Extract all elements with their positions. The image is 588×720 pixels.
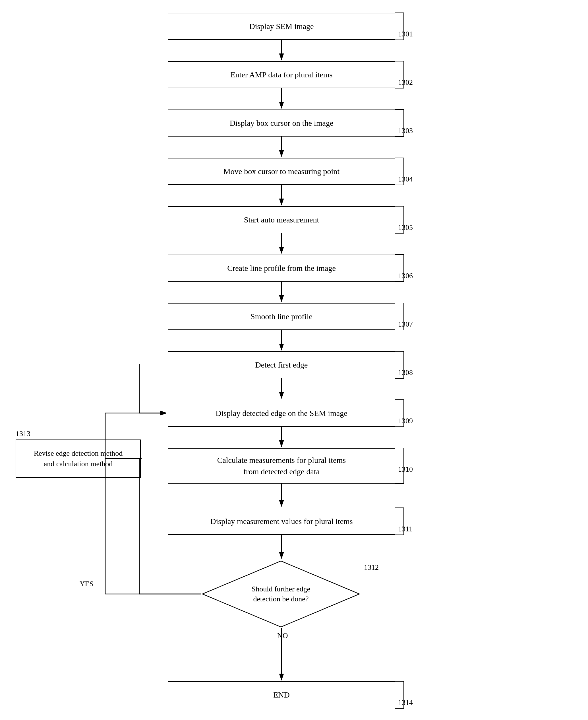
- ref-1307: 1307: [398, 320, 413, 329]
- box-1313-label: Revise edge detection methodand calculat…: [34, 448, 123, 469]
- box-1306-label: Create line profile from the image: [227, 264, 336, 273]
- box-1302: Enter AMP data for plural items: [168, 61, 395, 88]
- ref-1310: 1310: [398, 465, 413, 474]
- ref-1308: 1308: [398, 368, 413, 377]
- box-1301: Display SEM image: [168, 13, 395, 40]
- box-1303-label: Display box cursor on the image: [230, 119, 334, 128]
- box-1309-label: Display detected edge on the SEM image: [215, 409, 347, 418]
- ref-1313: 1313: [16, 430, 30, 438]
- ref-1306: 1306: [398, 272, 413, 280]
- box-1305-label: Start auto measurement: [244, 215, 319, 224]
- box-1306: Create line profile from the image: [168, 254, 395, 282]
- diamond-1312-label: Should further edgedetection be done?: [252, 585, 311, 603]
- diagram-container: Display SEM image 1301 Enter AMP data fo…: [0, 0, 588, 720]
- box-1308: Detect first edge: [168, 351, 395, 378]
- ref-1305: 1305: [398, 223, 413, 232]
- box-1307: Smooth line profile: [168, 303, 395, 330]
- ref-1301: 1301: [398, 30, 413, 38]
- box-1304-label: Move box cursor to measuring point: [224, 167, 339, 176]
- box-1303: Display box cursor on the image: [168, 109, 395, 137]
- ref-1314: 1314: [398, 698, 413, 707]
- box-1311: Display measurement values for plural it…: [168, 508, 395, 535]
- box-1308-label: Detect first edge: [255, 361, 308, 370]
- ref-1303: 1303: [398, 127, 413, 135]
- ref-1309: 1309: [398, 417, 413, 425]
- box-1305: Start auto measurement: [168, 206, 395, 233]
- box-1307-label: Smooth line profile: [251, 312, 313, 321]
- ref-1312: 1312: [364, 563, 379, 572]
- box-1304: Move box cursor to measuring point: [168, 158, 395, 185]
- box-1301-label: Display SEM image: [249, 22, 314, 31]
- box-end: END: [168, 681, 395, 708]
- ref-1304: 1304: [398, 175, 413, 184]
- box-1310: Calculate measurements for plural itemsf…: [168, 448, 395, 484]
- box-1310-label: Calculate measurements for plural itemsf…: [217, 455, 346, 477]
- diamond-1312: Should further edgedetection be done?: [201, 560, 360, 628]
- yes-label: YES: [80, 580, 93, 588]
- box-1302-label: Enter AMP data for plural items: [231, 70, 333, 79]
- ref-1311: 1311: [398, 525, 413, 533]
- box-end-label: END: [273, 691, 290, 700]
- ref-1302: 1302: [398, 78, 413, 87]
- box-1313: Revise edge detection methodand calculat…: [16, 439, 141, 478]
- no-label: NO: [277, 632, 288, 640]
- box-1309: Display detected edge on the SEM image: [168, 400, 395, 427]
- box-1311-label: Display measurement values for plural it…: [210, 517, 353, 526]
